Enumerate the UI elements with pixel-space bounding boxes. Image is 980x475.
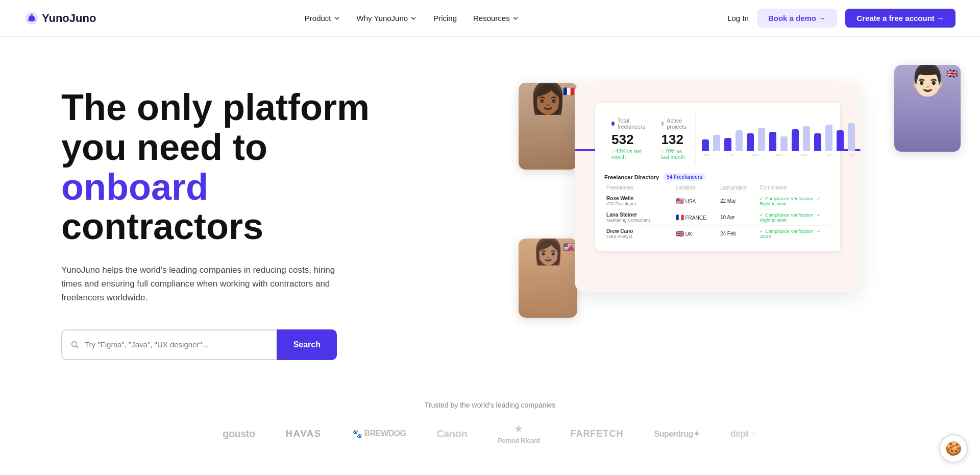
bar-chart — [702, 121, 855, 151]
stat1-value: 532 — [611, 132, 646, 148]
login-button[interactable]: Log In — [727, 14, 749, 22]
table-row: Drew Cano Data Analyst 🇬🇧 UK 24 Feb ✓ Co… — [604, 225, 831, 242]
flag-france-icon: 🇫🇷 — [676, 213, 684, 221]
chart-bar — [792, 129, 799, 151]
search-button[interactable]: Search — [277, 329, 337, 360]
flag-usa-icon: 🇺🇸 — [676, 197, 684, 205]
table-row: Lana Steiner Marketing Consultant 🇫🇷 FRA… — [604, 209, 831, 225]
france-flag-icon: 🇫🇷 — [563, 86, 574, 97]
chart-bar — [747, 133, 754, 151]
logo[interactable]: YunoJuno — [24, 11, 96, 26]
chevron-down-icon — [410, 15, 417, 22]
stat1-change: ↑ 43% vs last month — [611, 149, 646, 160]
cookie-icon: 🍪 — [945, 441, 962, 457]
search-icon — [70, 340, 80, 349]
trusted-section: Trusted by the world's leading companies… — [0, 391, 980, 465]
search-input[interactable] — [85, 340, 268, 349]
chart-bar — [825, 125, 832, 151]
nav-pricing[interactable]: Pricing — [433, 14, 457, 22]
table-badge: 54 Freelancers — [663, 173, 706, 181]
dashboard-card: Total freelancers 532 ↑ 43% vs last mont… — [575, 83, 861, 292]
logo-dept: dept→ — [730, 429, 757, 439]
nav-resources[interactable]: Resources — [473, 14, 519, 22]
uk-flag-icon: 🇬🇧 — [946, 68, 958, 79]
chart-bar — [769, 132, 776, 151]
stat-active-projects: Active projects 132 ↑ 20% vs last month — [654, 112, 696, 165]
hero-left: The only platform you need to onboard co… — [61, 78, 408, 360]
chart-bar — [713, 135, 720, 151]
stats-row: Total freelancers 532 ↑ 43% vs last mont… — [604, 112, 831, 165]
chevron-down-icon — [333, 15, 340, 22]
nav-product[interactable]: Product — [305, 14, 340, 22]
avatar-france: 🇫🇷 👩🏾 — [519, 83, 577, 170]
hero-description: YunoJuno helps the world's leading compa… — [61, 263, 347, 305]
logo-text: YunoJuno — [42, 12, 96, 25]
create-account-button[interactable]: Create a free account → — [845, 9, 955, 28]
logo-havas: HAVAS — [286, 429, 322, 439]
nav-actions: Log In Book a demo → Create a free accou… — [727, 9, 955, 28]
svg-point-5 — [72, 341, 77, 346]
stat2-value: 132 — [662, 132, 689, 148]
logo-pernod-ricard: Pernod Ricard — [498, 423, 540, 444]
chevron-down-icon — [512, 15, 519, 22]
pernod-icon — [512, 423, 525, 436]
chart-area: JanFebMar AprMayJunJul — [696, 112, 855, 165]
chart-bar — [758, 128, 765, 151]
nav-links: Product Why YunoJuno Pricing Resources — [305, 14, 519, 22]
book-demo-button[interactable]: Book a demo → — [757, 9, 837, 28]
table-column-headers: Freelancers Location Last project Compli… — [604, 185, 831, 191]
stat2-change: ↑ 20% vs last month — [662, 149, 689, 160]
avatar-usa: 🇺🇸 👩🏽 — [519, 239, 577, 318]
svg-point-2 — [30, 13, 33, 16]
stat-total-freelancers: Total freelancers 532 ↑ 43% vs last mont… — [604, 112, 654, 165]
chart-bar — [724, 138, 731, 151]
chart-bar — [814, 133, 821, 151]
stat-dot-2 — [662, 122, 664, 126]
nav-why[interactable]: Why YunoJuno — [357, 14, 418, 22]
chart-bar — [736, 130, 743, 151]
chart-labels: JanFebMar AprMayJunJul — [702, 153, 855, 157]
chart-bar — [848, 123, 855, 151]
search-input-wrap — [61, 329, 277, 360]
stat-dot-1 — [611, 122, 615, 126]
svg-point-3 — [33, 18, 36, 21]
table-row: Rose Wells iOS Developer 🇺🇸 USA 22 Mar ✓… — [604, 193, 831, 209]
hero-dashboard: 🇫🇷 👩🏾 🇺🇸 👩🏽 🇬🇧 👨🏻 — [544, 67, 955, 323]
flag-uk-icon: 🇬🇧 — [676, 230, 684, 238]
search-bar: Search — [61, 329, 337, 360]
chart-bar — [803, 126, 810, 151]
logo-superdrug: Superdrug✦ — [654, 429, 700, 439]
logo-canon: Canon — [436, 428, 467, 440]
usa-flag-icon: 🇺🇸 — [563, 242, 574, 253]
navbar: YunoJuno Product Why YunoJuno Pricing Re… — [0, 0, 980, 37]
hero-section: The only platform you need to onboard co… — [0, 37, 980, 391]
dashboard-inner: Total freelancers 532 ↑ 43% vs last mont… — [595, 103, 840, 251]
chart-bar — [780, 136, 788, 151]
hero-title: The only platform you need to onboard co… — [61, 88, 408, 247]
brewdog-icon: 🐾 — [352, 429, 362, 439]
table-header: Freelancer Directory 54 Freelancers — [604, 173, 831, 181]
avatar-uk: 🇬🇧 👨🏻 — [894, 65, 961, 152]
logo-gousto: gousto — [223, 428, 255, 440]
logo-brewdog: 🐾BREWDOG — [352, 429, 406, 439]
chart-bar — [837, 130, 844, 151]
logos-row: gousto HAVAS 🐾BREWDOG Canon Pernod Ricar… — [24, 423, 955, 444]
logo-icon — [24, 11, 39, 26]
svg-point-4 — [28, 18, 30, 21]
cookie-button[interactable]: 🍪 — [939, 434, 968, 463]
chart-bar — [702, 139, 709, 151]
trusted-label: Trusted by the world's leading companies — [24, 401, 955, 409]
logo-farfetch: FARFETCH — [571, 429, 624, 439]
